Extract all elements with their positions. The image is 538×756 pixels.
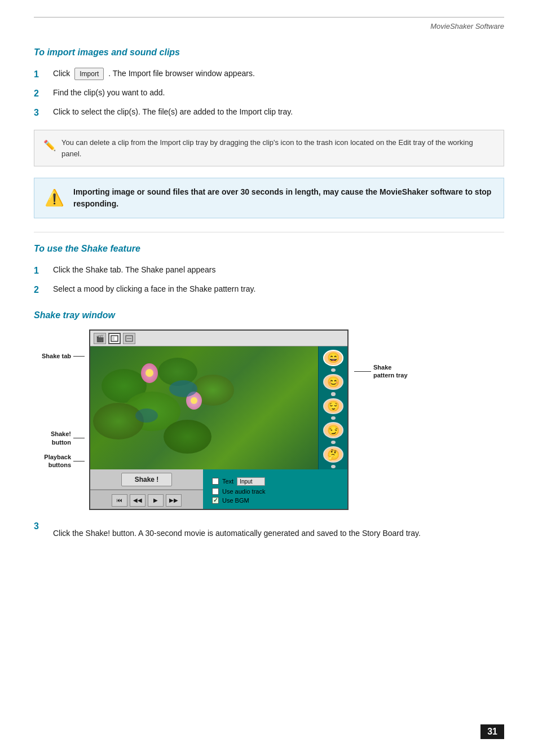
face-icon-3[interactable]: 😌 bbox=[323, 398, 343, 415]
option-bgm-row: ✓ Use BGM bbox=[212, 497, 338, 504]
section-step3: 3 Click the Shake! button. A 30-second m… bbox=[34, 521, 504, 539]
section-shake: To use the Shake feature 1 Click the Sha… bbox=[34, 244, 504, 297]
shake-step-1-number: 1 bbox=[34, 264, 50, 278]
face-icon-5[interactable]: 🤔 bbox=[323, 446, 343, 463]
text-input[interactable]: Input bbox=[237, 477, 265, 486]
section-divider bbox=[34, 232, 504, 232]
section-import: To import images and sound clips 1 Click… bbox=[34, 47, 504, 218]
toolbar-icon-1[interactable]: 🎬 bbox=[94, 333, 106, 344]
section-shake-heading: To use the Shake feature bbox=[34, 244, 504, 254]
face-icon-2[interactable]: 😊 bbox=[323, 374, 343, 390]
bgm-label: Use BGM bbox=[222, 497, 249, 504]
left-labels: Shake tab Shake!button Playbackbuttons bbox=[34, 329, 85, 471]
shake-button[interactable]: Shake ! bbox=[121, 473, 172, 486]
option-text-row: Text Input bbox=[212, 477, 338, 486]
diagram-container: Shake tab Shake!button Playbackbuttons bbox=[34, 329, 504, 510]
shake-side-panel: 😄 😊 😌 😏 🤔 bbox=[318, 346, 347, 469]
shake-main: 😄 😊 😌 😏 🤔 bbox=[90, 346, 347, 469]
lily-image bbox=[90, 346, 318, 469]
shake-step-1: 1 Click the Shake tab. The Shake panel a… bbox=[34, 264, 504, 278]
shake-tab-line bbox=[73, 356, 85, 357]
note-box: ✏️ You can delete a clip from the Import… bbox=[34, 130, 504, 166]
step-3-number: 3 bbox=[34, 106, 50, 120]
playback-buttons-line bbox=[73, 461, 85, 461]
toolbar-icon-2[interactable] bbox=[108, 333, 121, 344]
play-btn-rewind[interactable]: ⏮ bbox=[112, 494, 127, 507]
face-icon-4[interactable]: 😏 bbox=[323, 422, 343, 438]
note-icon: ✏️ bbox=[43, 138, 56, 153]
shake-toolbar: 🎬 bbox=[90, 331, 347, 346]
section-import-heading: To import images and sound clips bbox=[34, 47, 504, 58]
shake-step-1-content: Click the Shake tab. The Shake panel app… bbox=[53, 264, 504, 276]
import-step-2: 2 Find the clip(s) you want to add. bbox=[34, 87, 504, 100]
shake-left-bottom: Shake ! ⏮ ◀◀ ▶ ▶▶ bbox=[90, 469, 203, 510]
shake-button-line bbox=[73, 438, 85, 438]
shake-tab-label: Shake tab bbox=[42, 352, 71, 360]
audio-checkbox[interactable] bbox=[212, 488, 219, 495]
warning-box: ⚠️ Importing image or sound files that a… bbox=[34, 178, 504, 218]
shake-pattern-tray-label-group: Shakepattern tray bbox=[354, 363, 408, 380]
shake-bottom: Shake ! ⏮ ◀◀ ▶ ▶▶ bbox=[90, 469, 347, 510]
import-button-inline[interactable]: Import bbox=[74, 68, 104, 80]
svg-rect-1 bbox=[112, 337, 114, 340]
import-steps-list: 1 Click Import . The Import file browser… bbox=[34, 68, 504, 120]
shake-tray-heading: Shake tray window bbox=[34, 310, 504, 320]
shake-tray-section: Shake tray window Shake tab Shake!button bbox=[34, 310, 504, 510]
side-dot-2 bbox=[331, 392, 336, 395]
text-label: Text bbox=[222, 478, 233, 485]
shake-step-2-number: 2 bbox=[34, 283, 50, 297]
page-header: MovieShaker Software bbox=[34, 22, 504, 30]
step-2-number: 2 bbox=[34, 87, 50, 100]
toolbar-icon-3[interactable] bbox=[123, 333, 135, 344]
shake-video-area bbox=[90, 346, 318, 469]
step-1-number: 1 bbox=[34, 68, 50, 81]
shake-pattern-tray-label: Shakepattern tray bbox=[373, 363, 408, 380]
warning-icon: ⚠️ bbox=[45, 186, 64, 210]
step3-row: 3 Click the Shake! button. A 30-second m… bbox=[34, 521, 504, 539]
shake-step-2-content: Select a mood by clicking a face in the … bbox=[53, 283, 504, 295]
side-dot-3 bbox=[331, 416, 336, 420]
shake-button-label: Shake!button bbox=[51, 430, 71, 446]
bgm-checkbox[interactable]: ✓ bbox=[212, 497, 219, 504]
shake-tray-image: 🎬 bbox=[89, 329, 349, 510]
play-btn-play[interactable]: ▶ bbox=[148, 494, 164, 507]
top-border bbox=[34, 17, 504, 17]
shake-button-area: Shake ! bbox=[90, 469, 203, 490]
face-icon-1[interactable]: 😄 bbox=[323, 350, 343, 366]
import-step-1: 1 Click Import . The Import file browser… bbox=[34, 68, 504, 81]
side-dot-1 bbox=[331, 368, 336, 372]
step-1-content: Click Import . The Import file browser w… bbox=[53, 68, 504, 80]
shake-right-options: Text Input Use audio track ✓ Use BGM bbox=[203, 469, 347, 510]
step3-number: 3 bbox=[34, 521, 50, 531]
diagram-labels-right: Shakepattern tray bbox=[354, 329, 408, 380]
play-btn-forward[interactable]: ▶▶ bbox=[166, 494, 182, 507]
option-audio-row: Use audio track bbox=[212, 488, 338, 495]
import-step-3: 3 Click to select the clip(s). The file(… bbox=[34, 106, 504, 120]
warning-text: Importing image or sound files that are … bbox=[73, 186, 493, 210]
shake-step-2: 2 Select a mood by clicking a face in th… bbox=[34, 283, 504, 297]
page-number: 31 bbox=[480, 724, 504, 739]
side-dot-4 bbox=[331, 441, 336, 444]
shake-steps-list: 1 Click the Shake tab. The Shake panel a… bbox=[34, 264, 504, 297]
text-checkbox[interactable] bbox=[212, 478, 219, 485]
note-text: You can delete a clip from the Import cl… bbox=[61, 137, 495, 159]
play-btn-back[interactable]: ◀◀ bbox=[130, 494, 145, 507]
shake-tab-label-group: Shake tab bbox=[42, 352, 85, 362]
step-2-content: Find the clip(s) you want to add. bbox=[53, 87, 504, 99]
playback-controls: ⏮ ◀◀ ▶ ▶▶ bbox=[90, 490, 203, 510]
side-dot-5 bbox=[331, 465, 336, 468]
playback-buttons-label: Playbackbuttons bbox=[44, 453, 71, 469]
playback-buttons-label-group: Playbackbuttons bbox=[44, 453, 85, 472]
audio-label: Use audio track bbox=[222, 488, 265, 495]
step3-text: Click the Shake! button. A 30-second mov… bbox=[53, 527, 421, 539]
shake-button-label-group: Shake!button bbox=[51, 430, 85, 449]
step-3-content: Click to select the clip(s). The file(s)… bbox=[53, 106, 504, 118]
